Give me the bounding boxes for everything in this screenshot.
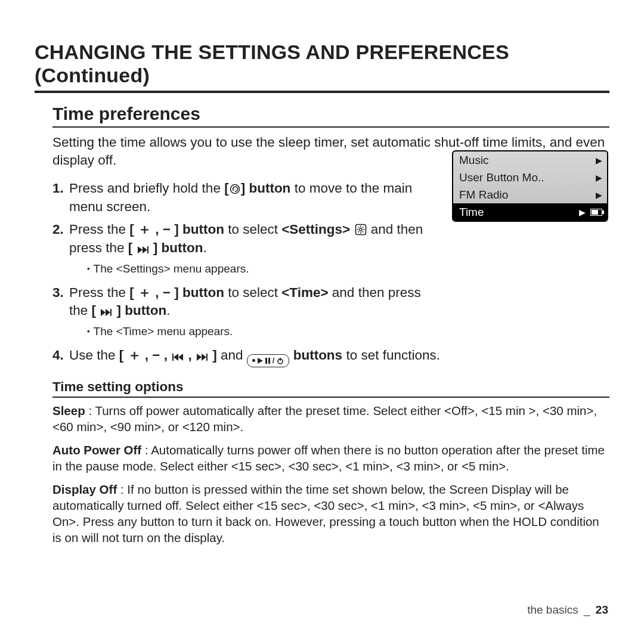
option-display-off: Display Off : If no button is pressed wi… [52,481,609,546]
next-icon [137,246,149,254]
page-title: CHANGING THE SETTINGS AND PREFERENCES (C… [35,41,609,93]
svg-rect-14 [206,354,208,361]
next-icon [196,353,208,361]
svg-rect-13 [172,354,174,361]
menu-item: FM Radio▶ [453,186,607,203]
svg-rect-11 [147,246,148,253]
battery-icon [590,209,602,216]
chevron-right-icon: ▶ [579,208,586,217]
prev-icon [172,353,184,361]
svg-rect-12 [110,309,112,316]
back-icon [230,184,240,194]
next-icon [100,308,112,317]
options-heading: Time setting options [52,379,609,398]
menu-item: User Button Mo..▶ [453,169,607,186]
step-4: 4. Use the [ ＋ , − , , ] and / buttons t… [52,346,601,367]
menu-item-selected: Time ▶ [453,203,607,221]
option-auto-power-off: Auto Power Off : Automatically turns pow… [52,442,609,474]
section-heading: Time preferences [52,104,609,128]
option-sleep: Sleep : Turns off power automatically af… [52,402,609,435]
play-pause-power-button-icon: / [247,354,290,367]
svg-rect-15 [265,358,267,364]
page-footer: the basics _ 23 [527,603,608,617]
svg-line-9 [362,227,363,228]
chevron-right-icon: ▶ [596,190,602,200]
settings-icon [355,224,367,236]
step-2-sub: The <Settings> menu appears. [87,262,609,277]
svg-line-10 [358,231,359,233]
chevron-right-icon: ▶ [596,173,602,182]
step-1: 1. Press and briefly hold the [] button … [52,179,440,216]
svg-line-8 [362,231,363,233]
step-3-sub: The <Time> menu appears. [87,324,609,339]
step-3: 3. Press the [ ＋ , − ] button to select … [52,284,440,320]
device-menu-figure: Music▶ User Button Mo..▶ FM Radio▶ Time … [452,150,608,222]
svg-rect-16 [268,358,270,364]
chevron-right-icon: ▶ [596,156,602,165]
svg-point-2 [359,228,361,231]
step-2: 2. Press the [ ＋ , − ] button to select … [52,221,440,257]
svg-line-7 [358,227,359,228]
menu-item: Music▶ [453,151,607,169]
